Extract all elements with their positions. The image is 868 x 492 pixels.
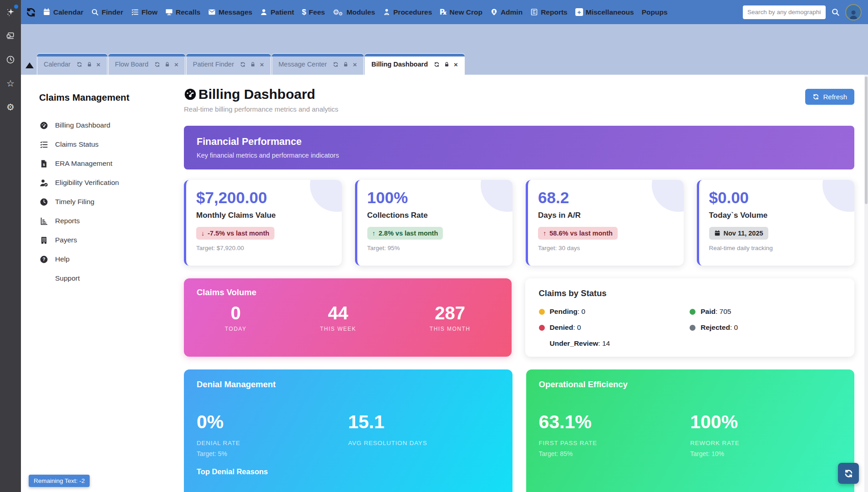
dashboard-header: Billing Dashboard Real-time billing perf… [184,87,854,113]
nav-reports[interactable]: Reports [530,8,568,16]
tab-message-center[interactable]: Message Center × [272,53,364,75]
tab-lock-icon[interactable] [86,62,92,67]
second-row: Claims Volume 0 TODAY 44 THIS WEEK [184,278,854,357]
nav-recalls[interactable]: Recalls [165,8,200,16]
refresh-icon [844,469,853,478]
devices-icon[interactable] [4,29,17,43]
status-dot [539,309,545,315]
date-badge: Nov 11, 2025 [709,227,768,240]
tab-billing-dashboard[interactable]: Billing Dashboard × [365,53,465,75]
sidebar-item-timely-filing[interactable]: Timely Filing [39,192,162,211]
tab-close-icon[interactable]: × [174,61,178,68]
tab-refresh-icon[interactable] [76,62,82,67]
tab-lock-icon[interactable] [343,62,349,67]
sync-logo-icon[interactable] [25,7,36,18]
sidebar-item-payers[interactable]: Payers [39,231,162,250]
left-icon-rail: ☆ ⚙ [0,0,21,492]
tab-lock-icon[interactable] [250,62,256,67]
refresh-button[interactable]: Refresh [805,89,854,105]
gauge-icon [184,88,197,101]
nav-finder[interactable]: Finder [91,8,123,16]
bar-chart-icon [39,216,48,226]
tab-label: Patient Finder [193,61,234,68]
nav-calendar[interactable]: Calendar [43,8,83,16]
tab-close-icon[interactable]: × [454,61,458,68]
floating-refresh-button[interactable] [838,463,859,484]
tab-patient-finder[interactable]: Patient Finder × [186,53,271,75]
denial-management-card: Denial Management 0% DENIAL RATE Target:… [184,369,513,492]
tab-close-icon[interactable]: × [353,61,357,68]
settings-gear-icon[interactable]: ⚙ [4,100,17,114]
nav-admin[interactable]: Admin [490,8,523,16]
nav-patient[interactable]: Patient [260,8,294,16]
metric-target: Target: 30 days [538,245,674,251]
sidebar-item-eligibility-verification[interactable]: Eligibility Verification [39,173,162,192]
tab-calendar[interactable]: Calendar × [37,53,107,75]
tab-label: Calendar [44,61,71,68]
sidebar-item-label: Help [55,255,70,263]
metric-value: 100% [367,189,503,207]
sidebar-item-support[interactable]: Support [39,269,162,288]
volume-stat-week: 44 THIS WEEK [320,303,356,332]
nav-flow[interactable]: Flow [131,8,157,16]
tab-close-icon[interactable]: × [260,61,264,68]
nav-label: Recalls [176,8,200,16]
tab-bar: Calendar × Flow Board × Patient Finder ×… [21,24,868,75]
nav-miscellaneous[interactable]: + Miscellaneous [575,8,634,16]
refresh-icon [812,93,819,100]
sidebar-item-label: Billing Dashboard [55,121,111,129]
volume-stat-today: 0 TODAY [225,303,247,332]
collapse-tabs-icon[interactable] [25,62,34,68]
vertical-scrollbar[interactable] [864,75,868,492]
search-submit-icon[interactable] [831,8,840,16]
status-dot [690,325,695,331]
claims-by-status-card: Claims by Status Pending: 0 Paid: 705 [525,278,855,357]
metric-target: Target: 95% [367,245,503,251]
remaining-text-badge[interactable]: Remaining Text: -2 [29,475,90,487]
status-item-paid: Paid: 705 [690,308,841,316]
tab-refresh-icon[interactable] [154,62,160,67]
nav-messages[interactable]: Messages [208,8,252,16]
nav-label: Admin [501,8,523,16]
tab-refresh-icon[interactable] [240,62,246,67]
clock-icon[interactable] [4,53,17,67]
nav-newcrop[interactable]: ℞ New Crop [440,7,482,17]
sidebar-item-billing-dashboard[interactable]: Billing Dashboard [39,116,162,135]
tab-refresh-icon[interactable] [434,62,440,67]
sidebar-item-era-management[interactable]: $ ERA Management [39,154,162,173]
nav-fees[interactable]: $ Fees [302,8,325,17]
tab-lock-icon[interactable] [164,62,170,67]
nav-procedures[interactable]: Procedures [383,8,432,16]
clock-filled-icon [39,197,48,206]
sidebar-item-help[interactable]: ? Help [39,250,162,269]
status-dot [539,341,545,347]
nav-label: Patient [270,8,294,16]
search-input[interactable] [743,5,826,19]
nav-popups[interactable]: Popups [642,8,668,16]
sidebar-item-reports[interactable]: Reports [39,211,162,231]
tab-refresh-icon[interactable] [333,62,339,67]
page-title: Billing Dashboard [198,87,315,102]
nav-modules[interactable]: ⚙⚙ Modules [333,8,375,16]
scrollbar-thumb[interactable] [865,77,868,204]
arrow-up-icon: ↑ [543,230,546,237]
tab-label: Billing Dashboard [371,61,428,68]
sidebar-item-claims-status[interactable]: Claims Status [39,135,162,154]
tab-lock-icon[interactable] [444,62,450,67]
first-pass-rate-stat: 63.1% FIRST PASS RATE Target: 85% [539,411,690,457]
tab-close-icon[interactable]: × [96,61,101,68]
content-area: Claims Management Billing Dashboard Clai… [21,75,868,492]
page-subtitle: Real-time billing performance metrics an… [184,105,338,113]
calendar-icon [43,8,51,16]
sidebar-item-label: Support [55,274,80,282]
tab-flow-board[interactable]: Flow Board × [108,53,185,75]
nav-label: Fees [309,8,325,16]
metric-label: Today`s Volume [709,211,845,220]
metric-label: Monthly Claims Value [196,211,332,220]
avg-resolution-stat: 15.1 AVG RESOLUTION DAYS [348,411,500,457]
user-avatar[interactable] [845,4,862,20]
star-icon[interactable]: ☆ [4,77,17,90]
building-icon [39,236,48,245]
metric-card-monthly-claims: $7,200.00 Monthly Claims Value ↓-7.5% vs… [184,180,342,266]
sparkle-icon[interactable] [4,5,17,19]
